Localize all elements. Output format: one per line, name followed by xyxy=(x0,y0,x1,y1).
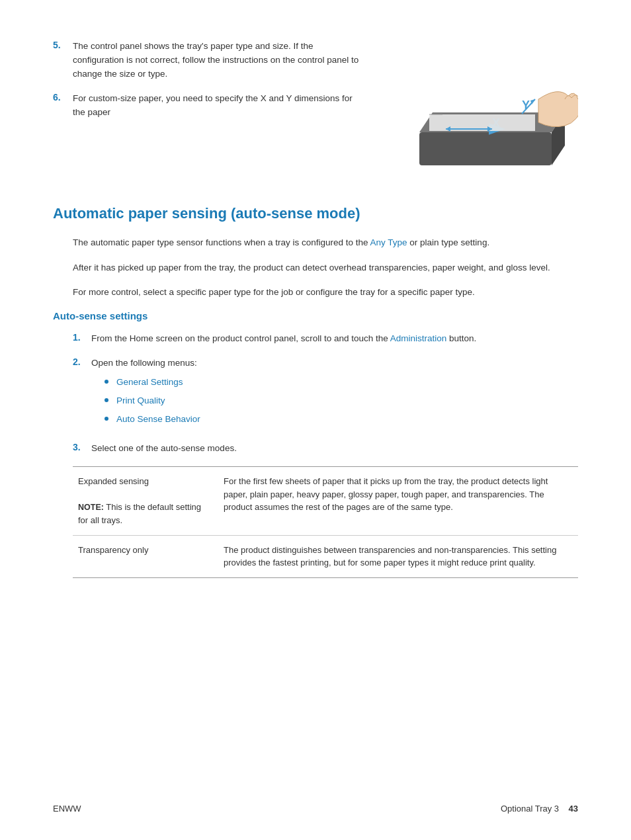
para2: After it has picked up paper from the tr… xyxy=(73,261,578,275)
as-step2-number: 2. xyxy=(73,357,91,367)
as-step3-content: Select one of the auto-sense modes. xyxy=(91,442,578,456)
step2-text: Open the following menus: xyxy=(91,358,197,368)
tray-svg-graphic: X Y xyxy=(393,40,578,185)
as-step1-content: From the Home screen on the product cont… xyxy=(91,332,578,346)
bullet-dot-2 xyxy=(105,398,108,402)
bullet-text-2: Print Quality xyxy=(116,394,165,407)
step1-suffix: button. xyxy=(446,333,476,343)
footer-enww: ENWW xyxy=(53,804,81,814)
step5-item: 5. The control panel shows the tray's pa… xyxy=(53,40,366,81)
bullet-dot-1 xyxy=(105,380,108,384)
main-section-title: Automatic paper sensing (auto-sense mode… xyxy=(53,205,578,222)
table-row1-left: Expanded sensing NOTE: This is the defau… xyxy=(78,475,224,526)
row1-note: NOTE: This is the default setting for al… xyxy=(78,501,210,526)
step1-prefix: From the Home screen on the product cont… xyxy=(91,333,390,343)
para1: The automatic paper type sensor function… xyxy=(73,235,578,250)
bullet-text-3: Auto Sense Behavior xyxy=(116,413,200,426)
note-label: NOTE: xyxy=(78,503,104,512)
as-step1-number: 1. xyxy=(73,332,91,343)
bullet-item-3: Auto Sense Behavior xyxy=(105,413,578,426)
para3: For more control, select a specific pape… xyxy=(73,285,578,300)
bullet-item-2: Print Quality xyxy=(105,394,578,407)
as-step2-content: Open the following menus: General Settin… xyxy=(91,357,578,432)
svg-rect-0 xyxy=(419,132,552,165)
steps-left-column: 5. The control panel shows the tray's pa… xyxy=(53,40,366,130)
table-row2-left: Transparency only xyxy=(78,544,224,569)
auto-sense-table: Expanded sensing NOTE: This is the defau… xyxy=(73,466,578,577)
table-row2-right: The product distinguishes between transp… xyxy=(224,544,573,569)
footer-page-num: 43 xyxy=(569,804,578,814)
para1-prefix: The automatic paper type sensor function… xyxy=(73,237,370,247)
bullet-text-1: General Settings xyxy=(116,376,183,389)
auto-sense-settings-subtitle: Auto-sense settings xyxy=(53,310,578,321)
step6-text: For custom-size paper, you need to speci… xyxy=(73,92,366,120)
step5-text: The control panel shows the tray's paper… xyxy=(73,40,366,81)
footer-right: Optional Tray 3 43 xyxy=(501,804,578,814)
step6-item: 6. For custom-size paper, you need to sp… xyxy=(53,92,366,120)
top-steps-section: 5. The control panel shows the tray's pa… xyxy=(53,40,578,185)
bullet-item-1: General Settings xyxy=(105,376,578,389)
footer: ENWW Optional Tray 3 43 xyxy=(53,804,578,814)
as-step3-number: 3. xyxy=(73,442,91,452)
as-step3: 3. Select one of the auto-sense modes. xyxy=(73,442,578,456)
footer-section-label: Optional Tray 3 xyxy=(501,804,559,814)
step5-with-image: 5. The control panel shows the tray's pa… xyxy=(53,40,578,185)
auto-sense-steps: 1. From the Home screen on the product c… xyxy=(73,332,578,456)
table-row-2: Transparency only The product distinguis… xyxy=(73,536,578,577)
table-row1-right: For the first few sheets of paper that i… xyxy=(224,475,573,526)
row1-title: Expanded sensing xyxy=(78,475,210,488)
as-step1: 1. From the Home screen on the product c… xyxy=(73,332,578,346)
as-step2: 2. Open the following menus: General Set… xyxy=(73,357,578,432)
para1-suffix: or plain type setting. xyxy=(407,237,490,247)
step6-number: 6. xyxy=(53,92,73,103)
any-type-link[interactable]: Any Type xyxy=(370,237,407,247)
table-row-1: Expanded sensing NOTE: This is the defau… xyxy=(73,467,578,535)
menu-bullet-list: General Settings Print Quality Auto Sens… xyxy=(105,376,578,427)
bullet-dot-3 xyxy=(105,417,108,421)
page: 5. The control panel shows the tray's pa… xyxy=(0,0,631,840)
step5-number: 5. xyxy=(53,40,73,50)
administration-link[interactable]: Administration xyxy=(390,333,447,343)
tray-illustration: X Y xyxy=(393,40,578,185)
auto-sense-section: Automatic paper sensing (auto-sense mode… xyxy=(53,205,578,578)
